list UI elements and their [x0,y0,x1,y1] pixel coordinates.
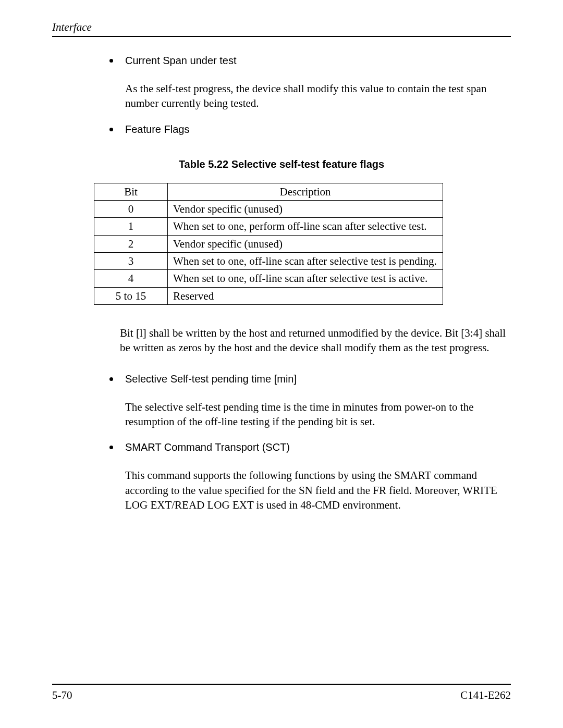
post-table-paragraph: Bit [l] shall be written by the host and… [120,326,511,355]
footer-left: 5-70 [52,689,72,702]
list-item: Feature Flags [120,121,511,137]
bit-cell: 5 to 15 [94,287,168,304]
table-row: 0 Vendor specific (unused) [94,201,443,218]
bit-cell: 3 [94,253,168,270]
footer-right: C141-E262 [460,689,511,702]
list-item: SMART Command Transport (SCT) This comma… [120,439,511,512]
table-row: 4 When set to one, off-line scan after s… [94,270,443,287]
bit-cell: 1 [94,218,168,235]
item-body: The selective self-test pending time is … [125,400,511,429]
item-body: As the self-test progress, the device sh… [125,81,511,111]
item-title: Selective Self-test pending time [min] [125,372,511,386]
item-title: Feature Flags [125,122,511,137]
list-item: Selective Self-test pending time [min] T… [120,371,511,429]
bit-cell: 0 [94,201,168,218]
desc-cell: When set to one, off-line scan after sel… [168,253,443,270]
col-bit-header: Bit [94,183,168,200]
item-title: Current Span under test [125,54,511,68]
bit-cell: 4 [94,270,168,287]
page-footer: 5-70 C141-E262 [52,684,511,702]
page-content: Current Span under test As the self-test… [52,53,511,513]
table-row: 1 When set to one, perform off-line scan… [94,218,443,235]
desc-cell: When set to one, perform off-line scan a… [168,218,443,235]
table-row: 3 When set to one, off-line scan after s… [94,253,443,270]
page-header: Interface [52,21,511,37]
item-title: SMART Command Transport (SCT) [125,440,511,454]
item-body: This command supports the following func… [125,468,511,512]
table-header-row: Bit Description [94,183,443,200]
header-title: Interface [52,21,92,33]
table-caption: Table 5.22 Selective self-test feature f… [52,157,511,171]
desc-cell: Reserved [168,287,443,304]
desc-cell: When set to one, off-line scan after sel… [168,270,443,287]
bit-cell: 2 [94,235,168,252]
table-row: 5 to 15 Reserved [94,287,443,304]
feature-flags-table: Bit Description 0 Vendor specific (unuse… [94,183,443,305]
col-desc-header: Description [168,183,443,200]
desc-cell: Vendor specific (unused) [168,235,443,252]
desc-cell: Vendor specific (unused) [168,201,443,218]
list-item: Current Span under test As the self-test… [120,53,511,111]
table-row: 2 Vendor specific (unused) [94,235,443,252]
